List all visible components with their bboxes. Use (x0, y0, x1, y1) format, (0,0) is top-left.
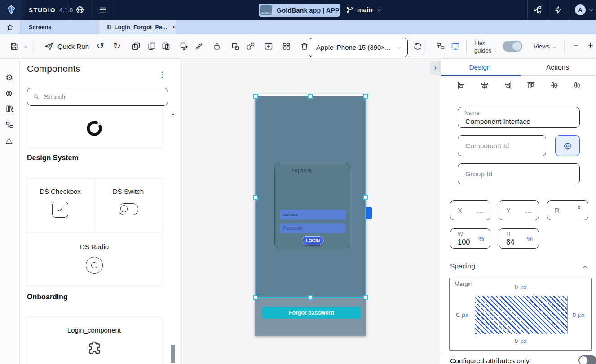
margin-left-group[interactable]: 0px (451, 311, 473, 319)
component-id-input[interactable] (464, 141, 545, 150)
align-center-vertical-icon[interactable] (550, 81, 559, 90)
resize-handle-top-center[interactable] (308, 94, 313, 99)
margin-right-group[interactable]: 0px (568, 311, 589, 319)
group-id-field[interactable] (458, 163, 580, 184)
username-input[interactable]: Username (280, 210, 346, 220)
align-right-icon[interactable] (503, 81, 512, 90)
add-frame-icon[interactable] (264, 42, 273, 51)
x-value: ... (477, 206, 484, 214)
brush-icon[interactable] (194, 42, 203, 51)
panel-expander-button[interactable] (430, 61, 441, 75)
avatar-chevron-down-icon[interactable] (588, 8, 594, 13)
save-icon[interactable] (9, 42, 19, 51)
components-search[interactable] (27, 88, 168, 106)
settings-gear-icon[interactable]: ⚙ (5, 72, 13, 83)
align-left-icon[interactable] (457, 81, 466, 90)
tab-login-forgot-page[interactable]: Login_Forgot_Pa... ● (100, 20, 175, 34)
resize-handle-mid-right[interactable] (363, 195, 368, 200)
quick-run-icon[interactable] (44, 41, 54, 51)
duplicate-icon[interactable] (132, 42, 141, 51)
views-chevron-down-icon[interactable] (552, 45, 557, 50)
group-icon[interactable] (231, 42, 240, 51)
group-id-input[interactable] (464, 170, 575, 179)
resize-handle-bottom-center[interactable] (308, 295, 313, 300)
search-input[interactable] (43, 92, 157, 101)
divider (548, 0, 548, 20)
resize-handle-top-right[interactable] (363, 94, 368, 99)
layer-tree-icon[interactable] (436, 42, 445, 51)
component-ds-radio[interactable]: DS Radio (26, 233, 162, 287)
sync-icon[interactable] (413, 42, 422, 51)
zoom-in-button[interactable]: + (587, 40, 593, 50)
lightning-icon[interactable] (554, 5, 563, 14)
resize-handle-mid-left[interactable] (253, 195, 258, 200)
prefabs-icon[interactable]: ⊗ (5, 88, 13, 98)
undo-icon[interactable]: ↺ (97, 41, 104, 51)
margin-bottom-group[interactable]: 0px (476, 337, 565, 345)
visibility-toggle-button[interactable] (555, 135, 580, 156)
app-badge-label: GoldBank app | APP (277, 7, 340, 14)
studio-logo[interactable] (0, 0, 22, 20)
globe-icon[interactable] (75, 5, 84, 14)
spacing-collapse-chevron-up-icon[interactable] (582, 263, 588, 270)
components-menu-dots[interactable]: ⋮ (158, 70, 166, 79)
app-badge[interactable]: GoldBank GoldBank app | APP (259, 4, 340, 17)
component-loading-card[interactable] (26, 108, 162, 148)
y-position-field[interactable]: Y ... (499, 200, 539, 220)
selection-drag-handle[interactable] (366, 207, 372, 219)
margin-top-group[interactable]: 0px (476, 283, 565, 291)
hierarchy-icon[interactable] (5, 121, 14, 129)
components-grid-icon[interactable] (282, 42, 291, 51)
lock-icon[interactable] (212, 42, 221, 51)
hamburger-menu-icon[interactable] (98, 5, 107, 14)
resize-handle-bottom-right[interactable] (363, 295, 368, 300)
branch-chevron-down-icon[interactable] (376, 8, 382, 13)
name-field-input[interactable] (464, 117, 575, 126)
org-chart-icon[interactable] (533, 5, 542, 14)
preview-monitor-icon[interactable] (451, 42, 460, 51)
theme-icon[interactable] (180, 42, 189, 51)
tab-actions[interactable]: Actions (519, 59, 596, 75)
component-ds-switch[interactable]: DS Switch (94, 179, 162, 232)
redo-icon[interactable]: ↻ (113, 41, 121, 51)
paste-icon[interactable] (161, 42, 170, 51)
configured-attributes-toggle[interactable] (578, 355, 596, 364)
device-selector[interactable]: Apple iPhone 15 (390×... (309, 38, 408, 57)
copy-icon[interactable] (147, 42, 156, 51)
resize-handle-bottom-left[interactable] (253, 295, 258, 300)
panel-scrollbar-thumb[interactable] (171, 345, 175, 363)
ungroup-icon[interactable] (246, 42, 255, 51)
tab-design[interactable]: Design (441, 59, 519, 75)
user-avatar[interactable]: A (575, 4, 586, 15)
scroll-up-arrow[interactable]: ▲ (171, 112, 175, 116)
trash-icon[interactable] (300, 42, 309, 51)
zoom-out-button[interactable]: − (573, 40, 579, 50)
login-card[interactable]: #S{2000} Username Password LOGIN (274, 163, 350, 248)
rotation-field[interactable]: R ° (547, 200, 588, 220)
height-field[interactable]: H 84 % (499, 228, 539, 249)
forgot-password-section[interactable]: Forgot password (255, 298, 366, 336)
flex-guides-toggle[interactable] (503, 41, 522, 52)
component-login-component[interactable]: Login_component (26, 317, 162, 364)
align-center-horizontal-icon[interactable] (480, 81, 489, 90)
quick-run-label[interactable]: Quick Run (57, 43, 89, 50)
views-label[interactable]: Views (534, 43, 550, 50)
screens-label[interactable]: Screens (29, 24, 52, 31)
x-position-field[interactable]: X ... (450, 200, 490, 220)
component-ds-checkbox[interactable]: DS Checkbox (26, 179, 94, 232)
component-id-field[interactable] (458, 135, 546, 156)
password-input[interactable]: Password (280, 223, 346, 233)
home-button[interactable] (0, 20, 20, 34)
library-books-icon[interactable] (5, 105, 14, 113)
forgot-password-button[interactable]: Forgot password (262, 307, 361, 319)
design-canvas[interactable]: Forgot password #S{2000} Username Passwo… (182, 59, 441, 364)
width-field[interactable]: W 100 % (450, 228, 490, 249)
save-chevron-down-icon[interactable] (23, 44, 29, 50)
resize-handle-top-left[interactable] (253, 94, 258, 99)
align-top-icon[interactable] (526, 81, 535, 90)
warning-icon[interactable]: ⚠ (5, 136, 13, 146)
name-field[interactable]: Name (458, 107, 580, 128)
login-button[interactable]: LOGIN (302, 236, 324, 245)
align-bottom-icon[interactable] (573, 81, 582, 90)
branch-name[interactable]: main (357, 6, 373, 13)
